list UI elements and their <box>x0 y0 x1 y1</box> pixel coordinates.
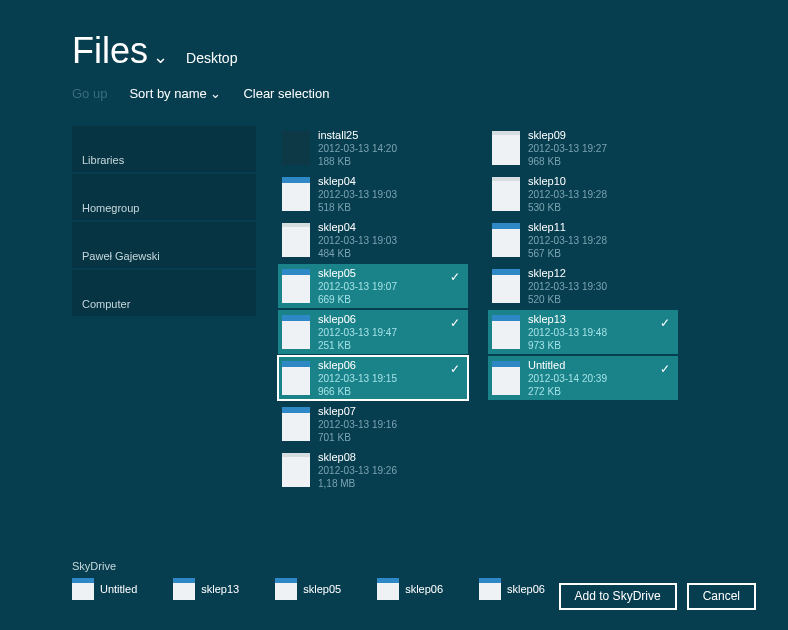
file-thumbnail <box>72 578 94 600</box>
file-date: 2012-03-13 19:30 <box>528 280 607 293</box>
chevron-down-icon: ⌄ <box>153 47 168 67</box>
file-size: 188 KB <box>318 155 397 168</box>
file-size: 484 KB <box>318 247 397 260</box>
file-name: sklep08 <box>318 450 397 464</box>
check-icon: ✓ <box>450 270 460 284</box>
file-item[interactable]: sklep062012-03-13 19:47251 KB✓ <box>278 310 468 354</box>
file-name: sklep06 <box>318 312 397 326</box>
file-name: install25 <box>318 128 397 142</box>
file-name: sklep10 <box>528 174 607 188</box>
sort-dropdown[interactable]: Sort by name ⌄ <box>129 86 221 101</box>
file-thumbnail <box>282 131 310 165</box>
sidebar-item[interactable]: Libraries <box>72 126 256 172</box>
file-date: 2012-03-13 19:16 <box>318 418 397 431</box>
footer: SkyDrive Untitledsklep13sklep05sklep06sk… <box>0 558 788 630</box>
footer-selected-item[interactable]: sklep05 <box>275 578 341 600</box>
file-info: sklep062012-03-13 19:15966 KB <box>318 358 397 398</box>
footer-selected-item[interactable]: sklep13 <box>173 578 239 600</box>
file-item[interactable]: sklep122012-03-13 19:30520 KB✓ <box>488 264 678 308</box>
file-item[interactable]: sklep112012-03-13 19:28567 KB✓ <box>488 218 678 262</box>
file-date: 2012-03-13 14:20 <box>318 142 397 155</box>
file-thumbnail <box>492 131 520 165</box>
file-info: Untitled2012-03-14 20:39272 KB <box>528 358 607 398</box>
file-item[interactable]: sklep102012-03-13 19:28530 KB✓ <box>488 172 678 216</box>
file-info: sklep042012-03-13 19:03518 KB <box>318 174 397 214</box>
file-size: 966 KB <box>318 385 397 398</box>
file-thumbnail <box>282 315 310 349</box>
file-size: 701 KB <box>318 431 397 444</box>
file-name: Untitled <box>100 583 137 595</box>
file-size: 973 KB <box>528 339 607 352</box>
file-item[interactable]: sklep062012-03-13 19:15966 KB✓ <box>278 356 468 400</box>
file-name: sklep12 <box>528 266 607 280</box>
add-to-skydrive-button[interactable]: Add to SkyDrive <box>559 583 677 610</box>
file-thumbnail <box>282 223 310 257</box>
file-item[interactable]: sklep132012-03-13 19:48973 KB✓ <box>488 310 678 354</box>
file-item[interactable]: sklep082012-03-13 19:261,18 MB✓ <box>278 448 468 492</box>
check-icon: ✓ <box>660 362 670 376</box>
sidebar-item-label: Libraries <box>82 154 124 166</box>
check-icon: ✓ <box>660 316 670 330</box>
file-info: sklep042012-03-13 19:03484 KB <box>318 220 397 260</box>
file-thumbnail <box>282 453 310 487</box>
file-info: sklep062012-03-13 19:47251 KB <box>318 312 397 352</box>
file-thumbnail <box>282 407 310 441</box>
file-date: 2012-03-13 19:28 <box>528 234 607 247</box>
file-item[interactable]: sklep042012-03-13 19:03484 KB✓ <box>278 218 468 262</box>
file-date: 2012-03-13 19:27 <box>528 142 607 155</box>
toolbar: Go up Sort by name ⌄ Clear selection <box>72 86 329 101</box>
file-size: 520 KB <box>528 293 607 306</box>
header-location: Desktop <box>186 50 237 66</box>
file-name: sklep06 <box>318 358 397 372</box>
file-size: 968 KB <box>528 155 607 168</box>
file-item[interactable]: sklep092012-03-13 19:27968 KB✓ <box>488 126 678 170</box>
chevron-down-icon: ⌄ <box>210 86 221 101</box>
file-size: 251 KB <box>318 339 397 352</box>
sidebar-item[interactable]: Paweł Gajewski <box>72 222 256 268</box>
clear-selection-button[interactable]: Clear selection <box>243 86 329 101</box>
file-thumbnail <box>282 361 310 395</box>
file-name: sklep06 <box>507 583 545 595</box>
file-thumbnail <box>275 578 297 600</box>
footer-label: SkyDrive <box>72 558 788 572</box>
check-icon: ✓ <box>450 316 460 330</box>
footer-selected-item[interactable]: sklep06 <box>377 578 443 600</box>
file-thumbnail <box>492 223 520 257</box>
file-name: sklep13 <box>201 583 239 595</box>
file-item[interactable]: install252012-03-13 14:20188 KB✓ <box>278 126 468 170</box>
sidebar-item[interactable]: Homegroup <box>72 174 256 220</box>
file-info: sklep122012-03-13 19:30520 KB <box>528 266 607 306</box>
file-item[interactable]: sklep072012-03-13 19:16701 KB✓ <box>278 402 468 446</box>
file-column-1: install252012-03-13 14:20188 KB✓sklep042… <box>278 126 468 492</box>
header: Files ⌄ Desktop <box>72 30 237 72</box>
file-info: sklep102012-03-13 19:28530 KB <box>528 174 607 214</box>
file-column-2: sklep092012-03-13 19:27968 KB✓sklep10201… <box>488 126 678 492</box>
file-name: sklep11 <box>528 220 607 234</box>
go-up-button[interactable]: Go up <box>72 86 107 101</box>
file-date: 2012-03-13 19:26 <box>318 464 397 477</box>
file-size: 272 KB <box>528 385 607 398</box>
file-item[interactable]: sklep052012-03-13 19:07669 KB✓ <box>278 264 468 308</box>
footer-selected-item[interactable]: Untitled <box>72 578 137 600</box>
file-name: Untitled <box>528 358 607 372</box>
sidebar-item-label: Homegroup <box>82 202 139 214</box>
files-dropdown[interactable]: Files ⌄ <box>72 30 168 72</box>
file-info: sklep092012-03-13 19:27968 KB <box>528 128 607 168</box>
file-date: 2012-03-13 19:07 <box>318 280 397 293</box>
file-thumbnail <box>492 177 520 211</box>
file-thumbnail <box>492 315 520 349</box>
file-item[interactable]: sklep042012-03-13 19:03518 KB✓ <box>278 172 468 216</box>
sidebar-item[interactable]: Computer <box>72 270 256 316</box>
cancel-button[interactable]: Cancel <box>687 583 756 610</box>
file-thumbnail <box>282 269 310 303</box>
file-name: sklep09 <box>528 128 607 142</box>
file-name: sklep04 <box>318 220 397 234</box>
file-info: sklep112012-03-13 19:28567 KB <box>528 220 607 260</box>
file-date: 2012-03-13 19:47 <box>318 326 397 339</box>
file-info: sklep082012-03-13 19:261,18 MB <box>318 450 397 490</box>
file-info: sklep072012-03-13 19:16701 KB <box>318 404 397 444</box>
file-info: sklep132012-03-13 19:48973 KB <box>528 312 607 352</box>
file-thumbnail <box>479 578 501 600</box>
file-item[interactable]: Untitled2012-03-14 20:39272 KB✓ <box>488 356 678 400</box>
footer-selected-item[interactable]: sklep06 <box>479 578 545 600</box>
